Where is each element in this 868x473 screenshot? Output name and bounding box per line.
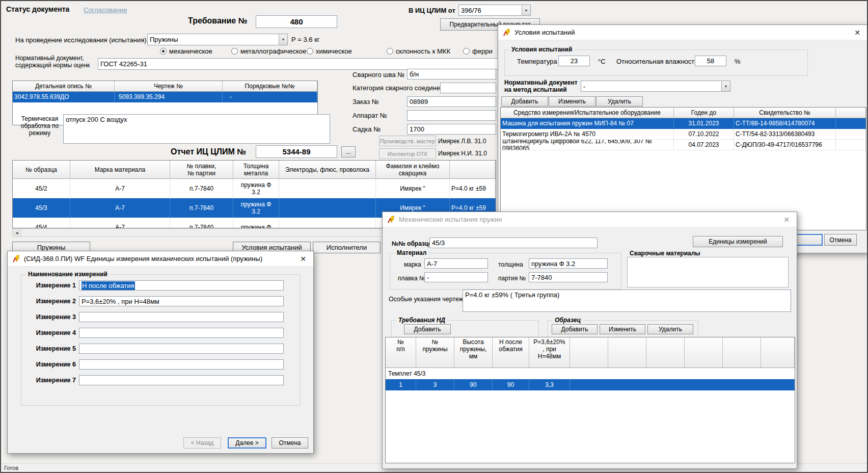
sample-add-button[interactable]: Добавить bbox=[552, 324, 598, 334]
measurement-3-field[interactable] bbox=[79, 312, 284, 322]
chevron-down-icon[interactable]: ▼ bbox=[279, 34, 287, 45]
thickness-field[interactable]: пружина Ф 3.2 bbox=[529, 258, 608, 269]
temperature-field[interactable]: 23 bbox=[558, 56, 590, 66]
samples-numbers-field[interactable]: 45/3 bbox=[429, 238, 598, 248]
cancel-button[interactable]: Отмена bbox=[272, 437, 308, 449]
table-row[interactable]: 3042.978.55.639ДО 5093.389.35.294 - bbox=[13, 92, 317, 102]
order-field[interactable]: 08989 bbox=[407, 96, 496, 107]
melt-field[interactable]: - bbox=[424, 272, 488, 282]
column-header[interactable]: Порядковые №№ bbox=[223, 81, 317, 92]
batch-field[interactable]: 7-7840 bbox=[529, 272, 608, 282]
cell: Р=4.0 кг ±59 bbox=[450, 179, 496, 198]
grade-field[interactable]: А-7 bbox=[424, 258, 488, 269]
column-header[interactable]: Электроды, флюс, проволока bbox=[279, 161, 376, 179]
radio-mechanical[interactable]: механическое bbox=[160, 47, 212, 55]
radio-metallographic[interactable]: металлографическое bbox=[231, 47, 306, 55]
chevron-down-icon[interactable]: ▼ bbox=[721, 81, 730, 91]
column-header[interactable]: № плавки, № партии bbox=[170, 161, 233, 179]
in-ic-combo[interactable]: 396/76 ▼ bbox=[458, 5, 531, 16]
table-row[interactable]: Термогигрометр ИВА-2А № 4570 07.10.2022 … bbox=[501, 129, 866, 140]
sadka-field[interactable]: 1700 bbox=[407, 124, 496, 135]
norm-method-combo[interactable]: - ▼ bbox=[581, 81, 730, 92]
humidity-label: Относительная влажность bbox=[616, 58, 698, 65]
column-header[interactable] bbox=[646, 337, 685, 368]
radio-ferrite[interactable]: ферри bbox=[463, 47, 493, 55]
column-header[interactable]: Высота пружины, мм bbox=[454, 337, 493, 368]
column-header[interactable]: Марка материала bbox=[70, 161, 170, 179]
status-link[interactable]: Согласование bbox=[84, 6, 127, 14]
title-bar[interactable]: Условия испытаний ✕ bbox=[498, 25, 867, 40]
measurement-7-field[interactable] bbox=[79, 375, 284, 385]
next-button[interactable]: Далее > bbox=[228, 437, 266, 449]
column-header[interactable]: Н после обжатия bbox=[493, 337, 529, 368]
report-field[interactable]: 5344-89 bbox=[256, 145, 337, 158]
humidity-field[interactable]: 58 bbox=[695, 56, 726, 66]
column-header[interactable]: Чертеж № bbox=[115, 81, 223, 92]
add-button[interactable]: Добавить bbox=[501, 96, 548, 107]
title-bar[interactable]: (СИД-368.0.ПИ) WF Единицы измерения меха… bbox=[8, 251, 313, 267]
back-button[interactable]: < Назад bbox=[183, 437, 221, 449]
weld-category-field[interactable] bbox=[440, 83, 496, 93]
temperature-label: Температура bbox=[517, 58, 557, 65]
column-header[interactable]: Свидетельство № bbox=[734, 108, 836, 118]
title-bar[interactable]: Механические испытания пружин ✕ bbox=[383, 212, 797, 227]
special-notes-field[interactable]: Р=4.0 кг ±59% ( Третья группа) bbox=[463, 290, 791, 312]
sample-edit-button[interactable]: Изменить bbox=[600, 324, 645, 334]
chevron-down-icon[interactable]: ▼ bbox=[522, 5, 530, 15]
column-header[interactable] bbox=[570, 337, 608, 368]
load-note: Р = 3.6 кг bbox=[291, 36, 320, 43]
column-header[interactable]: № пружины bbox=[416, 337, 454, 368]
measurement-6-field[interactable] bbox=[79, 359, 284, 370]
table-row[interactable]: Машина для испытания пружин МИП-84 № 07 … bbox=[501, 118, 866, 129]
scroll-left-icon[interactable]: ◄ bbox=[13, 229, 21, 236]
apparat-field[interactable] bbox=[407, 110, 496, 121]
measurement-2-field[interactable]: Р=3,6±20% , при Н=48мм bbox=[79, 296, 284, 306]
cancel-button[interactable]: Отмена bbox=[824, 234, 857, 246]
measurement-4-field[interactable] bbox=[79, 328, 284, 338]
weld-seam-field[interactable]: б/н bbox=[407, 69, 496, 80]
trebovanie-field[interactable]: 480 bbox=[256, 15, 337, 28]
otk-inspector-button[interactable]: Инспектор ОТК bbox=[379, 148, 436, 159]
column-header[interactable]: Толщина металла bbox=[233, 161, 279, 179]
column-header[interactable] bbox=[761, 337, 795, 368]
sample-delete-button[interactable]: Удалить bbox=[647, 324, 693, 334]
report-browse-button[interactable]: ... bbox=[341, 146, 356, 157]
close-icon[interactable]: ✕ bbox=[852, 28, 863, 37]
units-of-measure-button[interactable]: Единицы измерений bbox=[693, 236, 783, 247]
selected-text: Н после обжатия bbox=[82, 281, 135, 290]
nd-add-button[interactable]: Добавить bbox=[404, 324, 451, 334]
column-header[interactable]: Детальная опись № bbox=[13, 81, 115, 92]
group-row[interactable]: Темплет 45/3 bbox=[386, 368, 795, 379]
delete-button[interactable]: Удалить bbox=[596, 96, 643, 107]
column-header[interactable]: № образца bbox=[13, 161, 70, 179]
column-header[interactable]: Р=3,6±20% , при Н=48мм bbox=[529, 337, 570, 368]
order-label: Заказ № bbox=[352, 98, 379, 106]
welding-materials-box[interactable] bbox=[627, 257, 789, 287]
column-header[interactable]: Средство измерения/Испытательное оборудо… bbox=[501, 108, 674, 118]
radio-chemical[interactable]: химическое bbox=[307, 47, 352, 55]
measurement-1-field[interactable]: Н после обжатия bbox=[79, 280, 284, 291]
issledovanie-combo[interactable]: Пружины ▼ bbox=[147, 34, 288, 45]
table-row[interactable]: 1 3 90 90 3,3 bbox=[386, 379, 795, 390]
column-header[interactable]: Фамилия и клеймо сварщика bbox=[376, 161, 450, 179]
measurement-5-field[interactable] bbox=[79, 344, 284, 354]
close-icon[interactable]: ✕ bbox=[297, 254, 309, 264]
edit-button[interactable]: Изменить bbox=[549, 96, 595, 107]
close-icon[interactable]: ✕ bbox=[781, 215, 792, 224]
column-header[interactable] bbox=[450, 161, 496, 179]
column-header[interactable] bbox=[836, 108, 866, 118]
radio-mkk[interactable]: склонность к МКК bbox=[387, 47, 450, 55]
column-header[interactable]: Годен до bbox=[674, 108, 734, 118]
column-header[interactable] bbox=[723, 337, 761, 368]
table-row[interactable]: 45/2 А-7 п.7-7840 пружина Ф 3.2 Имярек "… bbox=[13, 179, 496, 198]
norm-doc-field[interactable]: ГОСТ 42265-31 bbox=[98, 58, 500, 70]
table-row[interactable]: Штангенциркуль цифровой 622, 117, 645,90… bbox=[501, 140, 866, 150]
thermal-field[interactable]: отпуск 200 С воздух bbox=[63, 114, 330, 144]
production-master-button[interactable]: Производств. мастер bbox=[379, 136, 436, 146]
column-header[interactable]: № п/п bbox=[386, 337, 416, 368]
norm-doc-label: Нормативный документ, содержащий нормы о… bbox=[15, 55, 90, 69]
app-icon bbox=[387, 216, 395, 224]
column-header[interactable] bbox=[608, 337, 646, 368]
column-header[interactable] bbox=[685, 337, 723, 368]
tab-ispolniteli[interactable]: Исполнители bbox=[313, 242, 381, 253]
